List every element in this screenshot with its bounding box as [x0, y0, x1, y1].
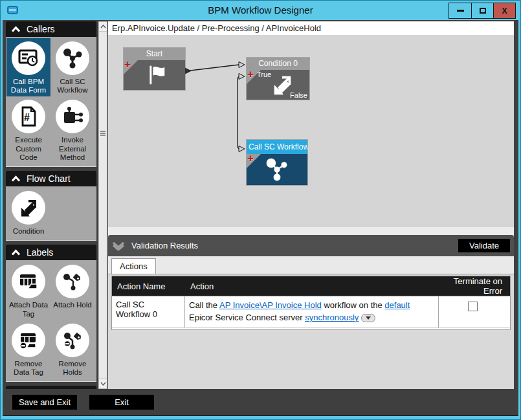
- actions-table: Action Name Action Terminate on Error Ca…: [111, 276, 511, 330]
- tool-invoke-external-method[interactable]: Invoke External Method: [50, 96, 94, 164]
- validation-results-title: Validation Results: [131, 241, 198, 250]
- window-controls: X: [449, 3, 516, 19]
- start-flag-icon: [144, 63, 166, 87]
- tool-execute-custom-code[interactable]: # Execute Custom Code: [6, 96, 50, 164]
- scroll-down-icon: [100, 382, 106, 386]
- minimize-icon: [457, 10, 464, 12]
- scroll-down-button[interactable]: [99, 379, 107, 388]
- node-start[interactable]: Start +: [124, 48, 185, 90]
- action-text: Call the: [189, 300, 219, 310]
- section-header-callers[interactable]: Callers: [6, 21, 96, 37]
- tool-label: Attach Hold: [53, 301, 91, 309]
- tool-call-bpm-data-form[interactable]: Call BPM Data Form: [6, 38, 50, 96]
- column-header-action-name[interactable]: Action Name: [112, 282, 185, 291]
- action-text: workflow on the: [322, 300, 385, 310]
- tool-condition[interactable]: Condition: [6, 188, 50, 238]
- terminate-on-error-checkbox[interactable]: [468, 302, 478, 311]
- section-body-flow-chart: Condition: [6, 186, 96, 240]
- action-cell: Call the AP Invoice\AP Invoice Hold work…: [185, 296, 439, 327]
- exit-button[interactable]: Exit: [89, 395, 154, 410]
- close-button[interactable]: X: [493, 3, 515, 18]
- breadcrumb: Erp.APInvoice.Update / Pre-Processing / …: [108, 21, 514, 35]
- scroll-up-button[interactable]: [99, 22, 107, 32]
- designer-panel: Erp.APInvoice.Update / Pre-Processing / …: [108, 21, 514, 389]
- minimize-button[interactable]: [449, 3, 471, 18]
- dropdown-icon: [366, 316, 371, 320]
- tool-attach-hold[interactable]: Attach Hold: [50, 261, 94, 320]
- maximize-button[interactable]: [471, 3, 493, 18]
- sync-mode-dropdown[interactable]: [361, 314, 375, 322]
- node-title: Call SC Workflow 0: [247, 140, 307, 154]
- tool-label: Call BPM Data Form: [8, 78, 49, 94]
- scroll-up-icon: [100, 25, 106, 28]
- remove-data-tag-icon: [17, 329, 40, 352]
- table-row[interactable]: Call SC Workflow 0 Call the AP Invoice\A…: [112, 296, 510, 327]
- validate-button[interactable]: Validate: [458, 239, 510, 252]
- attach-hold-icon: [61, 270, 84, 293]
- sc-workflow-icon: [61, 47, 84, 70]
- section-label: Flow Chart: [27, 173, 71, 184]
- tool-label: Call SC Workflow: [52, 78, 93, 94]
- tool-label: Execute Custom Code: [8, 136, 49, 162]
- table-row-bottom: [112, 327, 510, 329]
- title-bar[interactable]: BPM Workflow Designer X: [1, 1, 520, 20]
- save-and-exit-button[interactable]: Save and Exit: [12, 395, 77, 410]
- column-header-terminate-on-error[interactable]: Terminate on Error: [439, 276, 506, 296]
- close-icon: X: [502, 6, 507, 16]
- tool-attach-data-tag[interactable]: Attach Data Tag: [6, 261, 50, 320]
- node-condition-0[interactable]: Condition 0 + True False: [247, 58, 309, 100]
- footer-bar: Save and Exit Exit: [3, 389, 518, 416]
- tab-actions[interactable]: Actions: [111, 258, 156, 274]
- section-labels: Labels Attach Data Tag: [6, 245, 96, 382]
- section-flow-chart: Flow Chart Condition: [6, 171, 96, 241]
- node-title: Condition 0: [247, 58, 309, 70]
- tool-label: Invoke External Method: [52, 136, 93, 162]
- remove-holds-icon: [61, 329, 84, 352]
- custom-code-icon: #: [17, 105, 40, 128]
- chevron-up-icon: [11, 26, 21, 32]
- sc-workflow-node-icon: [264, 157, 290, 182]
- column-header-action[interactable]: Action: [185, 282, 439, 291]
- external-method-icon: [61, 105, 84, 128]
- bpm-data-form-icon: [17, 47, 40, 70]
- section-header-flow-chart[interactable]: Flow Chart: [6, 171, 96, 186]
- workflow-link[interactable]: AP Invoice\AP Invoice Hold: [219, 300, 322, 310]
- condition-arrows-icon: [270, 72, 294, 97]
- node-call-sc-workflow-0[interactable]: Call SC Workflow 0 +: [247, 140, 307, 185]
- tool-call-sc-workflow[interactable]: Call SC Workflow: [50, 38, 94, 96]
- tool-label: Attach Data Tag: [8, 301, 49, 318]
- terminate-cell: [439, 296, 506, 327]
- footer-divider: [3, 415, 518, 416]
- scrollbar-thumb[interactable]: [99, 32, 107, 378]
- action-name-cell: Call SC Workflow 0: [112, 296, 185, 327]
- section-label: Labels: [27, 247, 53, 258]
- tool-label: Condition: [13, 227, 45, 236]
- section-header-labels[interactable]: Labels: [6, 245, 96, 260]
- attach-data-tag-icon: [17, 270, 40, 293]
- condition-icon: [17, 197, 39, 219]
- validation-results-header[interactable]: Validation Results Validate: [108, 235, 514, 256]
- sidebar-scrollbar[interactable]: [98, 21, 107, 389]
- window-title: BPM Workflow Designer: [1, 1, 520, 20]
- tool-label: Remove Data Tag: [8, 360, 49, 377]
- panel-splitter[interactable]: [108, 227, 514, 235]
- chevron-up-icon: [11, 249, 21, 256]
- actions-table-header: Action Name Action Terminate on Error: [112, 276, 510, 296]
- svg-text:#: #: [24, 112, 30, 123]
- actions-table-area: Action Name Action Terminate on Error Ca…: [108, 274, 514, 389]
- tool-label: Remove Holds: [52, 360, 93, 377]
- collapse-chevron-icon: [112, 241, 125, 250]
- section-body-labels: Attach Data Tag Attach Hold: [6, 260, 96, 381]
- server-link[interactable]: default: [384, 300, 410, 310]
- tool-remove-holds[interactable]: Remove Holds: [50, 320, 94, 379]
- scrollbar-grip-icon: [100, 131, 105, 136]
- maximize-icon: [480, 8, 486, 14]
- section-body-callers: Call BPM Data Form Call SC Workflow: [6, 37, 96, 166]
- tool-remove-data-tag[interactable]: Remove Data Tag: [6, 320, 50, 379]
- workflow-canvas[interactable]: Start + Condition 0 +: [108, 35, 514, 227]
- sync-mode-link[interactable]: synchronously: [305, 313, 359, 322]
- toolbox-sidebar: Callers Call BPM Data Form: [6, 21, 96, 389]
- main-area: Callers Call BPM Data Form: [3, 20, 518, 415]
- node-title: Start: [124, 48, 185, 60]
- section-label: Callers: [27, 24, 55, 34]
